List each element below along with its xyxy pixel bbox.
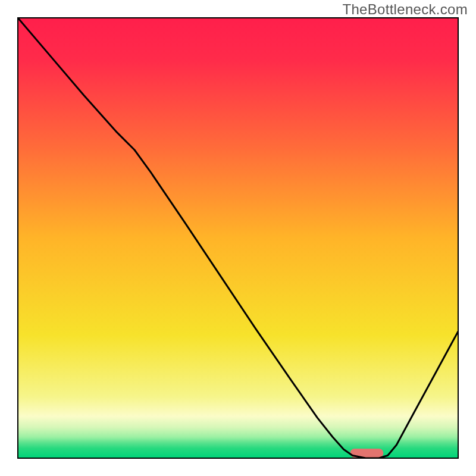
watermark-text: TheBottleneck.com — [342, 1, 468, 18]
bottleneck-chart — [0, 0, 476, 476]
chart-container: TheBottleneck.com — [0, 0, 476, 476]
heatmap-background — [18, 18, 458, 458]
